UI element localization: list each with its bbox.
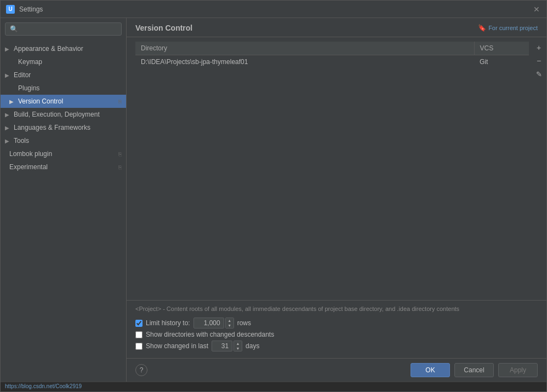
- add-button[interactable]: +: [533, 42, 545, 54]
- dialog-title: Settings: [19, 5, 532, 13]
- url-text: https://blog.csdn.net/Coolk2919: [5, 383, 82, 389]
- apply-button[interactable]: Apply: [498, 363, 538, 377]
- limit-history-spinner: ▲ ▼: [193, 318, 234, 328]
- table-container: Directory VCS D:\IDEA\Projects\sb-jpa-th…: [135, 42, 529, 296]
- help-button[interactable]: ?: [135, 364, 147, 376]
- days-label: days: [246, 342, 259, 350]
- table-row[interactable]: D:\IDEA\Projects\sb-jpa-thymeleaf01 Git: [135, 55, 529, 69]
- sidebar-item-keymap[interactable]: Keymap: [1, 55, 126, 68]
- content-header: Version Control 🔖 For current project: [127, 18, 546, 37]
- limit-history-label: Limit history to:: [146, 319, 190, 327]
- sidebar-item-appearance-behavior[interactable]: ▶ Appearance & Behavior: [1, 42, 126, 55]
- sidebar-items: ▶ Appearance & Behavior Keymap ▶ Editor …: [1, 40, 126, 176]
- vcs-table: Directory VCS D:\IDEA\Projects\sb-jpa-th…: [135, 42, 529, 68]
- project-icon: ⎘: [118, 164, 122, 170]
- spinner-up[interactable]: ▲: [226, 318, 233, 323]
- remove-button[interactable]: −: [533, 55, 545, 67]
- sidebar-item-lombok-plugin[interactable]: Lombok plugin ⎘: [1, 147, 126, 160]
- ok-button[interactable]: OK: [411, 363, 450, 377]
- days-input[interactable]: [212, 341, 232, 351]
- project-icon: ⎘: [118, 151, 122, 157]
- limit-history-input[interactable]: [193, 318, 224, 328]
- sidebar-item-plugins[interactable]: Plugins: [1, 82, 126, 95]
- dialog-body: 🔍 ▶ Appearance & Behavior Keymap ▶ Edito…: [1, 18, 546, 382]
- spinner-buttons: ▲ ▼: [225, 318, 234, 328]
- sidebar-item-build-exec-deploy[interactable]: ▶ Build, Execution, Deployment: [1, 108, 126, 121]
- sidebar-item-version-control[interactable]: ▶ Version Control ⎘: [1, 95, 126, 108]
- edit-button[interactable]: ✎: [533, 68, 545, 80]
- footer-note: <Project> - Content roots of all modules…: [135, 305, 538, 313]
- cell-vcs: Git: [474, 55, 529, 69]
- search-input[interactable]: [21, 25, 117, 33]
- sidebar-item-tools[interactable]: ▶ Tools: [1, 134, 126, 147]
- sidebar-item-editor[interactable]: ▶ Editor: [1, 68, 126, 82]
- search-box[interactable]: 🔍: [5, 22, 122, 36]
- settings-dialog: U Settings ✕ 🔍 ▶ Appearance & Behavior K…: [0, 0, 547, 392]
- arrow-icon: ▶: [5, 72, 12, 78]
- footer-section: <Project> - Content roots of all modules…: [127, 300, 546, 358]
- days-spinner-down[interactable]: ▼: [234, 346, 242, 351]
- sidebar-item-experimental[interactable]: Experimental ⎘: [1, 160, 126, 174]
- title-bar: U Settings ✕: [1, 1, 546, 18]
- close-button[interactable]: ✕: [532, 5, 541, 14]
- search-icon: 🔍: [10, 25, 18, 33]
- panel-title: Version Control: [135, 24, 192, 32]
- app-icon: U: [6, 5, 15, 14]
- rows-label: rows: [237, 319, 251, 327]
- arrow-icon: ▶: [9, 99, 16, 105]
- cell-directory: D:\IDEA\Projects\sb-jpa-thymeleaf01: [135, 55, 474, 69]
- days-spinner-buttons: ▲ ▼: [233, 341, 242, 351]
- option-limit-history: Limit history to: ▲ ▼ rows: [135, 318, 538, 328]
- url-bar: https://blog.csdn.net/Coolk2919: [1, 382, 546, 391]
- main-content: Version Control 🔖 For current project Di…: [127, 18, 546, 382]
- col-vcs: VCS: [474, 42, 529, 55]
- show-changed-descendants-label: Show directories with changed descendant…: [146, 331, 274, 338]
- days-spinner-up[interactable]: ▲: [234, 341, 242, 346]
- bookmark-icon: 🔖: [478, 24, 486, 32]
- limit-history-checkbox[interactable]: [135, 320, 143, 327]
- col-directory: Directory: [135, 42, 474, 55]
- option-show-changed-descendants: Show directories with changed descendant…: [135, 331, 538, 338]
- arrow-icon: ▶: [5, 46, 12, 52]
- arrow-icon: ▶: [5, 112, 12, 118]
- show-changed-in-last-checkbox[interactable]: [135, 343, 143, 350]
- cancel-button[interactable]: Cancel: [454, 363, 494, 377]
- sidebar: 🔍 ▶ Appearance & Behavior Keymap ▶ Edito…: [1, 18, 127, 382]
- arrow-icon: ▶: [5, 138, 12, 144]
- sidebar-item-languages-frameworks[interactable]: ▶ Languages & Frameworks: [1, 121, 126, 134]
- option-show-changed-in-last: Show changed in last ▲ ▼ days: [135, 341, 538, 351]
- table-area: Directory VCS D:\IDEA\Projects\sb-jpa-th…: [127, 37, 546, 300]
- table-actions: + − ✎: [531, 42, 546, 296]
- show-changed-in-last-label: Show changed in last: [146, 342, 208, 350]
- dialog-buttons: ? OK Cancel Apply: [127, 358, 546, 382]
- for-current-project-link[interactable]: 🔖 For current project: [478, 24, 538, 32]
- arrow-icon: ▶: [5, 125, 12, 131]
- spinner-down[interactable]: ▼: [226, 323, 233, 328]
- show-changed-descendants-checkbox[interactable]: [135, 331, 143, 338]
- days-spinner: ▲ ▼: [212, 341, 242, 351]
- project-icon: ⎘: [118, 99, 122, 105]
